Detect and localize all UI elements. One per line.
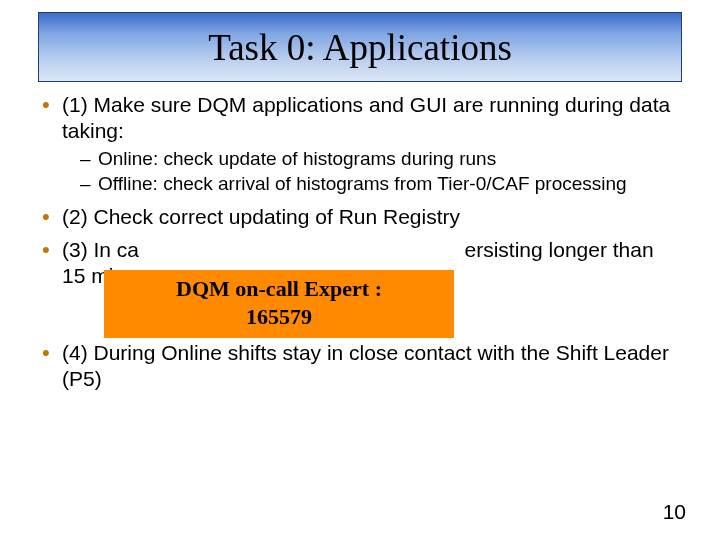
slide-body: (1) Make sure DQM applications and GUI a… <box>38 92 682 400</box>
expert-callout-label: DQM on-call Expert : <box>114 276 444 302</box>
bullet-1-sub-2: Offline: check arrival of histograms fro… <box>62 172 682 195</box>
expert-callout-box: DQM on-call Expert : 165579 <box>104 270 454 338</box>
bullet-2: (2) Check correct updating of Run Regist… <box>38 204 682 230</box>
bullet-4: (4) During Online shifts stay in close c… <box>38 340 682 391</box>
expert-callout-number: 165579 <box>114 304 444 330</box>
bullet-1-sublist: Online: check update of histograms durin… <box>62 147 682 195</box>
bullet-3-fragment-a: (3) In ca <box>62 238 139 261</box>
bullet-1: (1) Make sure DQM applications and GUI a… <box>38 92 682 196</box>
page-number: 10 <box>663 500 686 524</box>
bullet-1-text: (1) Make sure DQM applications and GUI a… <box>62 93 670 142</box>
title-banner: Task 0: Applications <box>38 12 682 82</box>
slide: Task 0: Applications (1) Make sure DQM a… <box>0 0 720 540</box>
bullet-list: (1) Make sure DQM applications and GUI a… <box>38 92 682 392</box>
bullet-1-sub-1: Online: check update of histograms durin… <box>62 147 682 170</box>
slide-title: Task 0: Applications <box>208 26 512 69</box>
